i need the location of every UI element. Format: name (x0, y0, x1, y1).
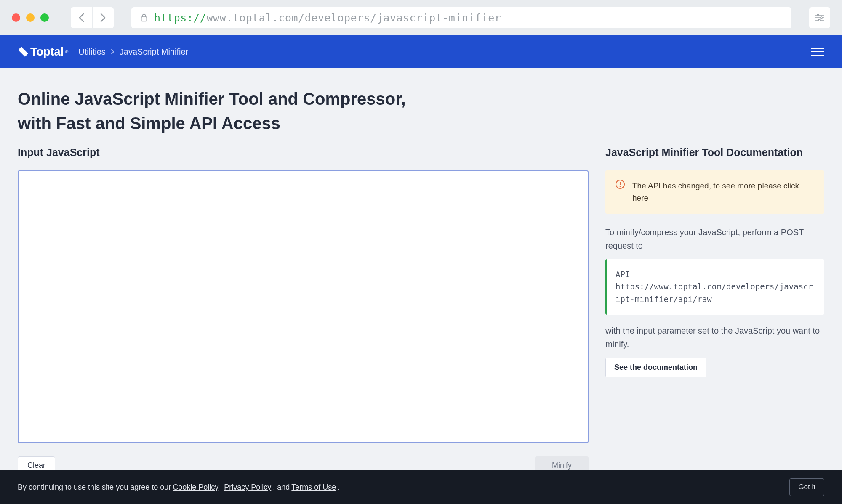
input-heading: Input JavaScript (18, 146, 589, 159)
main-content: Online JavaScript Minifier Tool and Comp… (0, 68, 842, 475)
browser-settings-button[interactable] (809, 7, 830, 28)
url-scheme: https:// (154, 12, 206, 24)
javascript-input[interactable] (18, 170, 589, 443)
breadcrumb-utilities[interactable]: Utilities (78, 47, 105, 57)
page-title: Online JavaScript Minifier Tool and Comp… (18, 87, 439, 135)
privacy-policy-link[interactable]: Privacy Policy (224, 483, 271, 492)
api-change-alert: The API has changed, to see more please … (605, 170, 824, 214)
forward-button[interactable] (93, 7, 114, 28)
hamburger-icon (811, 48, 824, 49)
input-section: Input JavaScript Clear Minify (18, 146, 589, 475)
alert-text[interactable]: The API has changed, to see more please … (632, 180, 814, 204)
svg-point-6 (818, 19, 820, 21)
cookie-dot: . (338, 483, 340, 492)
chevron-left-icon (78, 13, 84, 22)
url-text: https://www.toptal.com/developers/javasc… (154, 12, 501, 24)
menu-button[interactable] (811, 48, 824, 56)
got-it-button[interactable]: Got it (789, 478, 824, 496)
lock-icon (140, 13, 148, 22)
sliders-icon (815, 14, 824, 21)
maximize-window-icon[interactable] (40, 13, 49, 22)
svg-point-9 (620, 186, 621, 187)
breadcrumb-current[interactable]: JavaScript Minifier (120, 47, 188, 57)
svg-point-5 (821, 17, 822, 19)
browser-chrome: https://www.toptal.com/developers/javasc… (0, 0, 842, 35)
terms-of-use-link[interactable]: Terms of Use (291, 483, 336, 492)
toptal-logo-icon (18, 46, 29, 57)
registered-mark: ® (65, 50, 68, 54)
back-button[interactable] (71, 7, 92, 28)
api-endpoint-code: API https://www.toptal.com/developers/ja… (605, 259, 824, 315)
chevron-right-icon (100, 13, 106, 22)
doc-heading: JavaScript Minifier Tool Documentation (605, 146, 824, 159)
doc-para-2: with the input parameter set to the Java… (605, 324, 824, 351)
cookie-consent-bar: By continuing to use this site you agree… (0, 470, 842, 504)
nav-buttons (71, 7, 114, 28)
doc-para-1: To minify/compress your JavaScript, perf… (605, 225, 824, 252)
documentation-section: JavaScript Minifier Tool Documentation T… (605, 146, 824, 475)
window-controls (12, 13, 49, 22)
url-bar[interactable]: https://www.toptal.com/developers/javasc… (131, 7, 791, 28)
svg-point-4 (817, 14, 819, 16)
minimize-window-icon[interactable] (26, 13, 35, 22)
cookie-policy-link[interactable]: Cookie Policy (173, 483, 218, 492)
cookie-text: By continuing to use this site you agree… (18, 483, 171, 492)
alert-icon (616, 180, 625, 204)
see-documentation-button[interactable]: See the documentation (605, 358, 706, 377)
chevron-right-icon (111, 49, 115, 55)
logo[interactable]: Toptal® (18, 45, 68, 58)
logo-text: Toptal (30, 45, 64, 58)
close-window-icon[interactable] (12, 13, 20, 22)
breadcrumb: Utilities JavaScript Minifier (78, 47, 188, 57)
page-header: Toptal® Utilities JavaScript Minifier (0, 35, 842, 68)
svg-rect-0 (141, 17, 147, 21)
url-path: www.toptal.com/developers/javascript-min… (206, 12, 501, 24)
cookie-between: , and (273, 483, 290, 492)
